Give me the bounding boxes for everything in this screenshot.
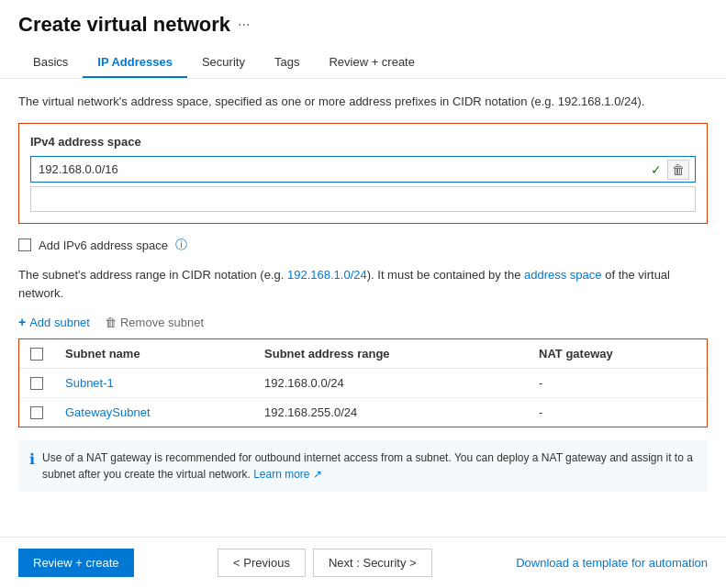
page-footer: Review + create < Previous Next : Securi… bbox=[0, 537, 726, 588]
delete-address-icon[interactable]: 🗑 bbox=[667, 160, 689, 180]
learn-more-link[interactable]: Learn more ↗ bbox=[253, 468, 322, 481]
subnet1-name-link[interactable]: Subnet-1 bbox=[65, 376, 114, 390]
tab-security[interactable]: Security bbox=[187, 48, 260, 78]
review-create-button[interactable]: Review + create bbox=[18, 549, 134, 577]
footer-left: Review + create bbox=[18, 549, 134, 577]
download-template-link[interactable]: Download a template for automation bbox=[516, 556, 708, 570]
tab-review-create[interactable]: Review + create bbox=[314, 48, 430, 78]
col-header-subnet-address: Subnet address range bbox=[253, 339, 528, 369]
next-security-button[interactable]: Next : Security > bbox=[313, 549, 432, 577]
row2-subnet-address: 192.168.255.0/24 bbox=[253, 398, 528, 427]
info-icon: ℹ bbox=[29, 450, 35, 468]
main-content: The virtual network's address space, spe… bbox=[0, 79, 726, 537]
title-row: Create virtual network ··· bbox=[18, 13, 708, 37]
tabs-nav: Basics IP Addresses Security Tags Review… bbox=[18, 48, 708, 78]
valid-checkmark-icon: ✓ bbox=[651, 162, 662, 177]
col-header-subnet-name: Subnet name bbox=[54, 339, 253, 369]
row1-nat-gateway: - bbox=[528, 369, 707, 398]
plus-icon: + bbox=[18, 315, 26, 329]
row1-checkbox-cell bbox=[19, 369, 54, 398]
input-icons: ✓ 🗑 bbox=[645, 160, 695, 180]
col-header-checkbox bbox=[19, 339, 54, 369]
ellipsis-icon[interactable]: ··· bbox=[238, 17, 250, 33]
select-all-checkbox[interactable] bbox=[30, 348, 43, 361]
address-space-link: address space bbox=[524, 268, 602, 282]
page-container: Create virtual network ··· Basics IP Add… bbox=[0, 0, 726, 588]
address-space-description: The virtual network's address space, spe… bbox=[18, 94, 708, 110]
tab-ip-addresses[interactable]: IP Addresses bbox=[83, 48, 187, 78]
add-subnet-label: Add subnet bbox=[29, 316, 90, 329]
page-header: Create virtual network ··· Basics IP Add… bbox=[0, 0, 726, 79]
ipv4-section: IPv4 address space ✓ 🗑 bbox=[18, 123, 708, 224]
row1-checkbox[interactable] bbox=[30, 377, 43, 390]
table-row: GatewaySubnet 192.168.255.0/24 - bbox=[19, 398, 707, 427]
remove-subnet-button[interactable]: 🗑 Remove subnet bbox=[105, 316, 204, 329]
cidr-example-link: 192.168.1.0/24 bbox=[287, 268, 367, 282]
tab-basics[interactable]: Basics bbox=[18, 48, 83, 78]
ipv6-info-icon[interactable]: ⓘ bbox=[175, 237, 187, 253]
subnet-table: Subnet name Subnet address range NAT gat… bbox=[19, 339, 707, 427]
table-header-row: Subnet name Subnet address range NAT gat… bbox=[19, 339, 707, 369]
trash-icon: 🗑 bbox=[105, 316, 117, 329]
footer-right: Download a template for automation bbox=[516, 556, 708, 570]
ipv6-checkbox[interactable] bbox=[18, 239, 31, 251]
ipv6-row: Add IPv6 address space ⓘ bbox=[18, 237, 708, 253]
row1-subnet-name: Subnet-1 bbox=[54, 369, 253, 398]
col-header-nat-gateway: NAT gateway bbox=[528, 339, 707, 369]
info-box-text: Use of a NAT gateway is recommended for … bbox=[42, 449, 697, 483]
add-subnet-button[interactable]: + Add subnet bbox=[18, 315, 90, 329]
subnet2-name-link[interactable]: GatewaySubnet bbox=[65, 405, 151, 419]
table-row: Subnet-1 192.168.0.0/24 - bbox=[19, 369, 707, 398]
previous-button[interactable]: < Previous bbox=[218, 549, 306, 577]
page-title: Create virtual network bbox=[18, 13, 230, 37]
ipv6-label: Add IPv6 address space bbox=[39, 239, 168, 252]
row2-checkbox[interactable] bbox=[30, 406, 43, 419]
row1-subnet-address: 192.168.0.0/24 bbox=[253, 369, 528, 398]
row2-nat-gateway: - bbox=[528, 398, 707, 427]
ipv4-label: IPv4 address space bbox=[30, 135, 696, 149]
remove-subnet-label: Remove subnet bbox=[120, 316, 204, 329]
tab-tags[interactable]: Tags bbox=[260, 48, 314, 78]
empty-address-row bbox=[30, 186, 696, 212]
row2-subnet-name: GatewaySubnet bbox=[54, 398, 253, 427]
subnet-actions: + Add subnet 🗑 Remove subnet bbox=[18, 315, 708, 329]
row2-checkbox-cell bbox=[19, 398, 54, 427]
subnet-description: The subnet's address range in CIDR notat… bbox=[18, 266, 708, 302]
ipv4-input-row: ✓ 🗑 bbox=[30, 156, 696, 183]
info-box: ℹ Use of a NAT gateway is recommended fo… bbox=[18, 440, 708, 492]
ipv4-address-input[interactable] bbox=[31, 157, 645, 182]
subnet-table-wrapper: Subnet name Subnet address range NAT gat… bbox=[18, 338, 708, 427]
footer-center: < Previous Next : Security > bbox=[218, 549, 432, 577]
